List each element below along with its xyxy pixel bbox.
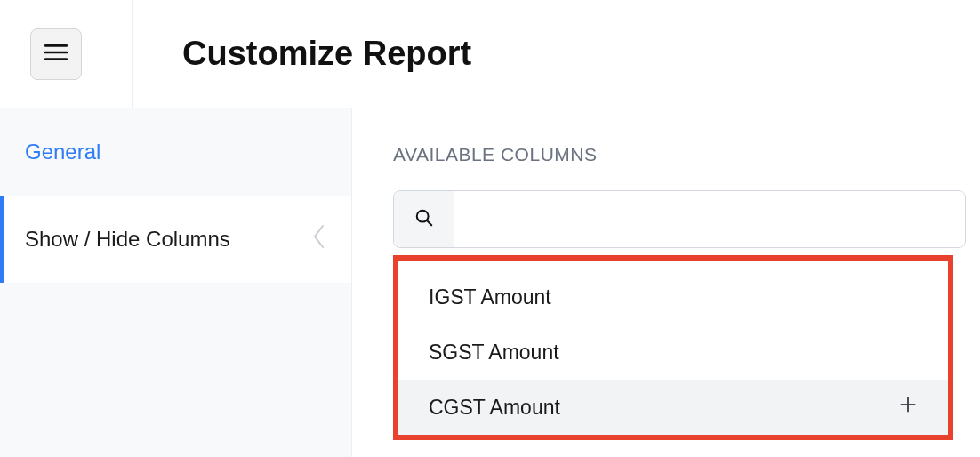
sidebar-item-label: Show / Hide Columns <box>25 227 230 252</box>
menu-button[interactable] <box>30 28 82 80</box>
column-option-label: IGST Amount <box>429 285 551 309</box>
body: General Show / Hide Columns AVAILABLE CO… <box>0 108 980 457</box>
column-option-cgst-amount[interactable]: CGST Amount <box>398 380 948 435</box>
sidebar: General Show / Hide Columns <box>0 108 352 457</box>
available-columns-label: AVAILABLE COLUMNS <box>393 144 980 165</box>
column-option-label: SGST Amount <box>429 341 559 365</box>
search-icon-box <box>394 191 454 247</box>
plus-icon <box>898 395 918 420</box>
page-title: Customize Report <box>182 35 471 73</box>
column-option-igst-amount[interactable]: IGST Amount <box>398 269 948 325</box>
search-input[interactable] <box>454 191 965 247</box>
main-panel: AVAILABLE COLUMNS IGST Amount SGST Amoun… <box>352 108 980 457</box>
svg-line-4 <box>427 220 431 225</box>
column-option-sgst-amount[interactable]: SGST Amount <box>398 325 948 380</box>
title-wrap: Customize Report <box>132 0 980 108</box>
search-row <box>393 190 966 248</box>
search-icon <box>414 208 434 231</box>
sidebar-item-general[interactable]: General <box>0 108 351 196</box>
available-columns-highlight: IGST Amount SGST Amount CGST Amount <box>393 255 953 440</box>
column-option-label: CGST Amount <box>429 396 560 420</box>
topbar: Customize Report <box>0 0 980 108</box>
sidebar-item-show-hide-columns[interactable]: Show / Hide Columns <box>0 196 351 283</box>
menu-icon <box>44 44 68 65</box>
chevron-left-icon <box>312 224 326 254</box>
sidebar-item-label: General <box>25 140 100 164</box>
